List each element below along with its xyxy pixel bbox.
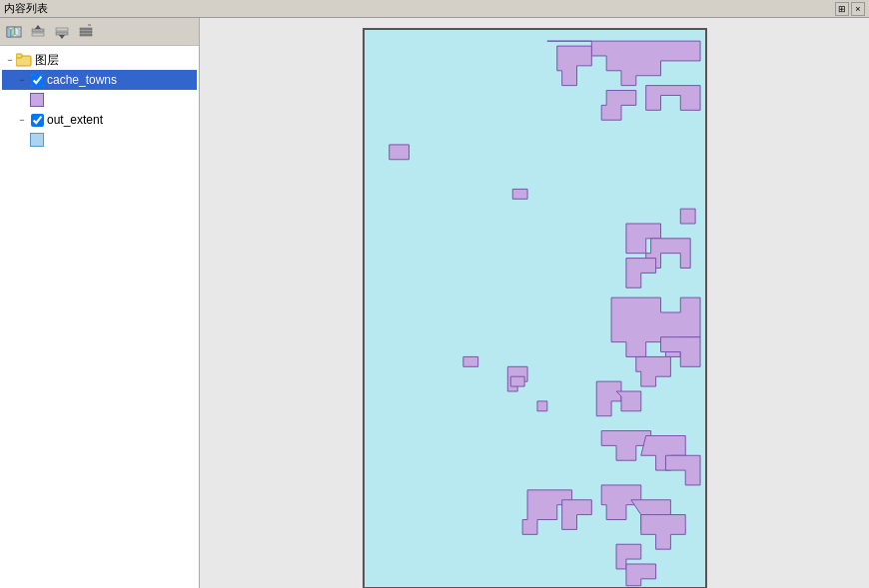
svg-marker-18 — [601, 91, 636, 121]
layers-root-row[interactable]: − 图层 — [2, 50, 197, 70]
title-bar: 内容列表 ⊞ × — [0, 0, 869, 18]
svg-marker-20 — [389, 145, 409, 160]
svg-marker-29 — [510, 376, 524, 386]
svg-marker-41 — [625, 564, 655, 586]
layer-up-icon — [30, 24, 46, 40]
svg-marker-39 — [640, 515, 684, 550]
folder-icon — [16, 53, 32, 67]
map-icon — [6, 24, 22, 40]
svg-marker-21 — [512, 189, 527, 199]
pin-button[interactable]: ⊞ — [835, 2, 849, 16]
svg-rect-10 — [80, 28, 92, 30]
svg-marker-24 — [625, 259, 655, 289]
cache-towns-expand-icon[interactable]: − — [16, 74, 28, 86]
svg-marker-17 — [645, 86, 699, 111]
title-bar-label: 内容列表 — [4, 1, 48, 16]
cache-towns-checkbox[interactable] — [31, 74, 44, 87]
cache-towns-symbol-row — [2, 90, 197, 110]
svg-rect-12 — [80, 34, 92, 36]
svg-marker-42 — [462, 356, 477, 366]
layer-down-button[interactable] — [51, 21, 73, 43]
svg-marker-36 — [561, 500, 591, 530]
layers-label: 图层 — [35, 52, 59, 69]
out-extent-symbol-row — [2, 130, 197, 150]
map-area[interactable] — [200, 18, 869, 588]
remove-icon — [78, 24, 94, 40]
title-bar-buttons: ⊞ × — [835, 2, 865, 16]
svg-rect-7 — [56, 28, 68, 31]
layer-cache-towns-row[interactable]: − cache_towns — [2, 70, 197, 90]
cache-towns-symbol-swatch — [30, 93, 44, 107]
map-tool-button[interactable] — [3, 21, 25, 43]
toolbar — [0, 18, 199, 46]
layer-up-button[interactable] — [27, 21, 49, 43]
map-canvas — [363, 28, 707, 588]
out-extent-expand-icon[interactable]: − — [16, 114, 28, 126]
svg-rect-15 — [16, 54, 22, 58]
svg-rect-11 — [80, 31, 92, 33]
svg-marker-43 — [536, 401, 546, 411]
svg-rect-8 — [56, 32, 68, 35]
left-panel: − 图层 − cache_towns — [0, 18, 200, 588]
layers-folder-icon — [16, 52, 32, 68]
layer-down-icon — [54, 24, 70, 40]
svg-marker-30 — [596, 381, 621, 416]
close-button[interactable]: × — [851, 2, 865, 16]
svg-marker-44 — [680, 209, 695, 224]
svg-marker-19 — [556, 46, 591, 86]
svg-marker-27 — [635, 356, 670, 386]
out-extent-symbol-swatch — [30, 133, 44, 147]
svg-rect-5 — [32, 33, 44, 36]
main-layout: − 图层 − cache_towns — [0, 18, 869, 588]
out-extent-checkbox[interactable] — [31, 114, 44, 127]
layers-group: − 图层 − cache_towns — [2, 50, 197, 150]
svg-marker-34 — [665, 455, 700, 485]
map-svg — [365, 30, 705, 587]
layer-tree: − 图层 − cache_towns — [0, 46, 199, 588]
cache-towns-label: cache_towns — [47, 73, 117, 87]
layers-expand-icon[interactable]: − — [4, 54, 16, 66]
svg-marker-6 — [35, 25, 41, 29]
remove-layer-button[interactable] — [75, 21, 97, 43]
svg-rect-4 — [32, 29, 44, 32]
svg-marker-9 — [59, 35, 65, 39]
layer-out-extent-row[interactable]: − out_extent — [2, 110, 197, 130]
out-extent-label: out_extent — [47, 113, 103, 127]
